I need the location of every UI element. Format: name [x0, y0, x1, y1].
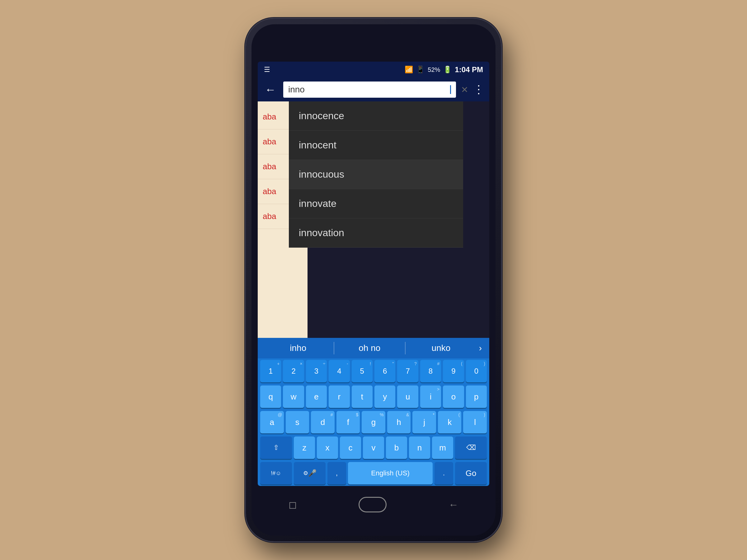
- key-a[interactable]: @a: [260, 411, 284, 433]
- key-3[interactable]: ÷3: [306, 360, 327, 382]
- asdf-row: @a s #d $f %g &h *j (k )l: [258, 409, 489, 435]
- qwerty-row: q w e r t y u >i o p: [258, 384, 489, 409]
- shift-key[interactable]: ⇧: [260, 436, 292, 459]
- status-left: ☰: [264, 65, 270, 74]
- status-time: 1:04 PM: [455, 65, 483, 74]
- suggestion-right[interactable]: unko: [406, 341, 476, 355]
- key-x[interactable]: x: [317, 436, 338, 459]
- key-e[interactable]: e: [306, 385, 327, 408]
- key-h[interactable]: &h: [387, 411, 411, 433]
- autocomplete-item-1[interactable]: innocent: [289, 131, 463, 160]
- back-button[interactable]: ←: [263, 83, 278, 96]
- recent-apps-button[interactable]: ◻: [288, 499, 297, 510]
- key-u[interactable]: u: [397, 385, 418, 408]
- search-bar: ← inno ✕ ⋮: [258, 78, 489, 101]
- battery-icon: 🔋: [443, 65, 452, 74]
- key-i[interactable]: >i: [420, 385, 441, 408]
- zxcv-row: ⇧ z x c v b n m ⌫: [258, 435, 489, 460]
- key-v[interactable]: v: [363, 436, 384, 459]
- search-query: inno: [288, 85, 449, 95]
- key-n[interactable]: n: [409, 436, 430, 459]
- keyboard: +1 ×2 ÷3 -4 !5 "6 ?7 #8 (9 )0 q w: [258, 358, 489, 486]
- key-o[interactable]: o: [443, 385, 464, 408]
- autocomplete-item-0[interactable]: innocence: [289, 101, 463, 131]
- key-0[interactable]: )0: [466, 360, 487, 382]
- status-left-icon: ☰: [264, 65, 270, 74]
- key-w[interactable]: w: [283, 385, 304, 408]
- content-area: aba aba aba aba aba innocence innocent i…: [258, 101, 489, 338]
- suggestion-arrow[interactable]: ›: [476, 343, 484, 353]
- clear-button[interactable]: ✕: [461, 85, 468, 95]
- back-nav-button[interactable]: ←: [448, 499, 459, 510]
- key-6[interactable]: "6: [375, 360, 395, 382]
- key-l[interactable]: )l: [463, 411, 487, 433]
- go-key[interactable]: Go: [455, 462, 487, 484]
- autocomplete-item-2[interactable]: innocuous: [289, 160, 463, 189]
- phone-device: SAMSUNG ☰ 📶 📱 52% 🔋 1:04 PM: [246, 19, 501, 541]
- bottom-navigation: ◻ ←: [258, 492, 489, 517]
- suggestion-bar: inho oh no unko ›: [258, 338, 489, 358]
- autocomplete-item-4[interactable]: innovation: [289, 218, 463, 248]
- key-y[interactable]: y: [375, 385, 395, 408]
- search-cursor: [450, 85, 451, 94]
- signal-icon: 📱: [416, 65, 424, 74]
- phone-inner: ☰ 📶 📱 52% 🔋 1:04 PM ← inno: [252, 24, 495, 536]
- wifi-icon: 📶: [405, 65, 413, 74]
- key-5[interactable]: !5: [352, 360, 372, 382]
- period-key[interactable]: .: [435, 462, 453, 484]
- menu-button[interactable]: ⋮: [473, 83, 484, 96]
- delete-key[interactable]: ⌫: [455, 436, 487, 459]
- key-t[interactable]: t: [352, 385, 372, 408]
- key-r[interactable]: r: [329, 385, 350, 408]
- key-d[interactable]: #d: [311, 411, 335, 433]
- key-2[interactable]: ×2: [283, 360, 304, 382]
- suggestion-middle[interactable]: oh no: [334, 341, 405, 355]
- key-9[interactable]: (9: [443, 360, 464, 382]
- status-right: 📶 📱 52% 🔋 1:04 PM: [405, 65, 483, 74]
- suggestion-left[interactable]: inho: [263, 341, 334, 355]
- key-m[interactable]: m: [432, 436, 453, 459]
- battery-text: 52%: [428, 66, 440, 74]
- key-b[interactable]: b: [386, 436, 407, 459]
- space-key[interactable]: English (US): [348, 462, 433, 484]
- key-g[interactable]: %g: [362, 411, 385, 433]
- search-input-container[interactable]: inno: [283, 81, 456, 98]
- comma-key[interactable]: ,: [328, 462, 346, 484]
- key-4[interactable]: -4: [329, 360, 350, 382]
- key-1[interactable]: +1: [260, 360, 281, 382]
- key-s[interactable]: s: [286, 411, 309, 433]
- settings-icon: ⚙: [303, 470, 308, 477]
- status-bar: ☰ 📶 📱 52% 🔋 1:04 PM: [258, 61, 489, 78]
- screen: ☰ 📶 📱 52% 🔋 1:04 PM ← inno: [258, 61, 489, 486]
- key-8[interactable]: #8: [420, 360, 441, 382]
- key-j[interactable]: *j: [412, 411, 436, 433]
- key-q[interactable]: q: [260, 385, 281, 408]
- home-button[interactable]: [359, 497, 387, 512]
- key-z[interactable]: z: [294, 436, 315, 459]
- key-k[interactable]: (k: [438, 411, 462, 433]
- bottom-row: !#☺ ⚙🎤 , English (US) . Go: [258, 460, 489, 486]
- mic-key[interactable]: ⚙🎤: [294, 462, 326, 484]
- autocomplete-item-3[interactable]: innovate: [289, 189, 463, 218]
- key-p[interactable]: p: [466, 385, 487, 408]
- key-f[interactable]: $f: [336, 411, 360, 433]
- key-c[interactable]: c: [340, 436, 361, 459]
- autocomplete-dropdown: innocence innocent innocuous innovate in…: [289, 101, 463, 248]
- symbol-key[interactable]: !#☺: [260, 462, 292, 484]
- number-row: +1 ×2 ÷3 -4 !5 "6 ?7 #8 (9 )0: [258, 358, 489, 384]
- key-7[interactable]: ?7: [397, 360, 418, 382]
- scene: SAMSUNG ☰ 📶 📱 52% 🔋 1:04 PM: [0, 0, 747, 560]
